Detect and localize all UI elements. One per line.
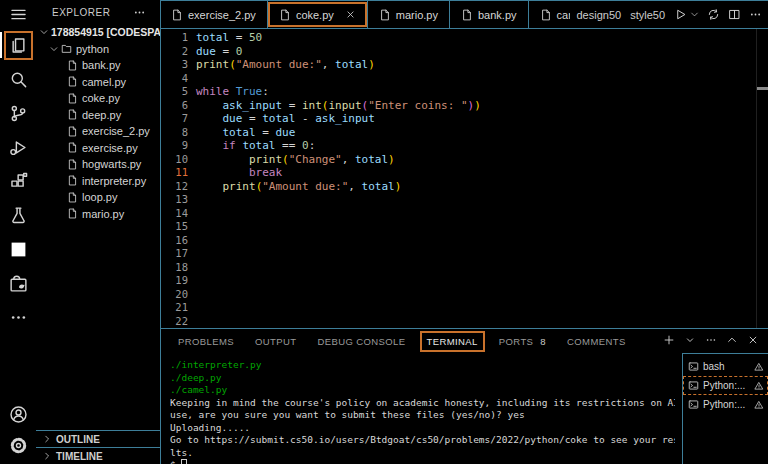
- tree-folder-python[interactable]: python: [36, 41, 160, 58]
- tab-exercise_2-py[interactable]: exercise_2.py: [160, 1, 268, 28]
- file-icon: [67, 192, 78, 203]
- sync-icon[interactable]: [707, 8, 720, 21]
- activity-bar-item-run-debug[interactable]: [0, 130, 36, 164]
- panel-tab-debug-console[interactable]: DEBUG CONSOLE: [317, 336, 405, 347]
- design50-button[interactable]: design50: [576, 9, 621, 21]
- editor-group: exercise_2.pycoke.pymario.pybank.pycamel…: [160, 0, 768, 328]
- code-editor[interactable]: 1total = 502due = 03print("Amount due:",…: [160, 29, 768, 328]
- tree-file-exercise_2-py-label: exercise_2.py: [82, 125, 150, 137]
- terminal-list-item-3[interactable]: Python:...: [683, 395, 768, 414]
- activity-bar-item-search[interactable]: [0, 62, 36, 96]
- chevron-down-icon: [49, 44, 59, 54]
- timeline-section[interactable]: TIMELINE: [36, 447, 160, 464]
- terminal-line: ./deep.py: [170, 372, 675, 385]
- file-icon: [67, 93, 78, 104]
- tree-file-interpreter-py[interactable]: interpreter.py: [36, 173, 160, 190]
- tree-file-interpreter-py-label: interpreter.py: [82, 175, 146, 187]
- code-line-10: 10 print("Change", total): [160, 153, 768, 167]
- outline-section[interactable]: OUTLINE: [36, 430, 160, 447]
- panel-tab-problems[interactable]: PROBLEMS: [178, 336, 234, 347]
- activity-bar-item-menu[interactable]: [0, 0, 36, 28]
- activity-bar-item-extension-cs50[interactable]: [0, 266, 36, 300]
- file-icon: [67, 142, 78, 153]
- tree-file-bank-py[interactable]: bank.py: [36, 57, 160, 74]
- more-actions-icon[interactable]: [749, 8, 762, 21]
- testing-icon: [9, 206, 28, 225]
- vscode-window: EXPLORER 178854915 [CODESPAC...pythonban…: [0, 0, 768, 464]
- activity-bar-item-source-control[interactable]: [0, 96, 36, 130]
- line-number: 7: [160, 112, 196, 126]
- editor-scrollbar-thumb[interactable]: [757, 87, 768, 90]
- terminal-icon: [688, 380, 699, 391]
- terminal-line: Uploading.....: [170, 422, 675, 435]
- code-text: print("Amount due:", total): [196, 180, 401, 194]
- tree-file-mario-py[interactable]: mario.py: [36, 206, 160, 223]
- code-text: print("Change", total): [196, 153, 395, 167]
- activity-bar-item-more[interactable]: [0, 300, 36, 334]
- panel-tab-ports[interactable]: PORTS8: [499, 336, 546, 347]
- tree-root[interactable]: 178854915 [CODESPAC...: [36, 24, 160, 41]
- code-line-9: 9 if total == 0:: [160, 139, 768, 153]
- line-number: 19: [160, 274, 196, 288]
- code-text: if total == 0:: [196, 139, 315, 153]
- file-tree: 178854915 [CODESPAC...pythonbank.pycamel…: [36, 24, 160, 222]
- tab-label: exercise_2.py: [188, 9, 256, 21]
- panel-tab-label: OUTPUT: [255, 336, 296, 347]
- tab-close-icon[interactable]: [345, 9, 356, 20]
- activity-bar-item-extension-square[interactable]: [0, 232, 36, 266]
- tree-file-exercise_2-py[interactable]: exercise_2.py: [36, 123, 160, 140]
- terminal-list-label: Python:...: [703, 380, 750, 391]
- code-line-8: 8 total = due: [160, 126, 768, 140]
- more-actions-icon[interactable]: [705, 334, 717, 346]
- tree-file-exercise-py[interactable]: exercise.py: [36, 140, 160, 157]
- terminal-line: ./interpreter.py: [170, 359, 675, 372]
- account-icon: [9, 405, 28, 424]
- split-editor-icon[interactable]: [728, 8, 741, 21]
- run-icon[interactable]: [674, 8, 687, 21]
- code-text: due = 0: [196, 45, 242, 59]
- square-extension-icon: [9, 240, 28, 259]
- tree-file-coke-py[interactable]: coke.py: [36, 90, 160, 107]
- terminal-output[interactable]: ./interpreter.py./deep.py./camel.pyKeepi…: [170, 355, 675, 464]
- close-panel-icon[interactable]: [747, 334, 759, 346]
- activity-bar-item-settings[interactable]: [0, 428, 36, 462]
- activity-bar-item-account[interactable]: [0, 400, 36, 428]
- new-terminal-icon[interactable]: [663, 334, 675, 346]
- terminal-list-item-1[interactable]: bash: [683, 357, 768, 376]
- panel-tab-terminal[interactable]: TERMINAL: [427, 336, 478, 347]
- run-debug-icon: [9, 138, 28, 157]
- warning-icon: [754, 381, 764, 391]
- terminal-line: $: [170, 459, 675, 464]
- tab-label: mario.py: [396, 9, 438, 21]
- maximize-panel-icon[interactable]: [726, 334, 738, 346]
- terminal-dropdown-icon[interactable]: [684, 334, 696, 346]
- run-dropdown-icon[interactable]: [690, 10, 699, 19]
- activity-bar-item-explorer[interactable]: [0, 28, 36, 62]
- panel-tab-comments[interactable]: COMMENTS: [567, 336, 626, 347]
- code-line-21: 21: [160, 301, 768, 315]
- sidebar-editor-divider[interactable]: [160, 0, 161, 464]
- activity-bar: [0, 0, 36, 464]
- tree-file-deep-py[interactable]: deep.py: [36, 107, 160, 124]
- explorer-more-actions-icon[interactable]: [133, 6, 146, 19]
- file-icon: [171, 9, 183, 21]
- tree-file-hogwarts-py[interactable]: hogwarts.py: [36, 156, 160, 173]
- tab-coke-py[interactable]: coke.py: [268, 1, 368, 28]
- tree-file-camel-py[interactable]: camel.py: [36, 74, 160, 91]
- code-line-16: 16: [160, 234, 768, 248]
- panel-tab-output[interactable]: OUTPUT: [255, 336, 296, 347]
- tree-file-loop-py[interactable]: loop.py: [36, 189, 160, 206]
- file-icon: [67, 175, 78, 186]
- editor-scrollbar[interactable]: [756, 29, 757, 328]
- file-icon: [67, 126, 78, 137]
- tab-mario-py[interactable]: mario.py: [368, 1, 450, 28]
- code-text: total = 50: [196, 31, 262, 45]
- activity-bar-item-testing[interactable]: [0, 198, 36, 232]
- style50-button[interactable]: style50: [630, 9, 665, 21]
- terminal-line: use, are you sure you want to submit the…: [170, 409, 675, 422]
- activity-bar-item-extensions[interactable]: [0, 164, 36, 198]
- line-number: 8: [160, 126, 196, 140]
- code-line-7: 7 due = total - ask_input: [160, 112, 768, 126]
- tab-bank-py[interactable]: bank.py: [450, 1, 529, 28]
- terminal-list-item-2[interactable]: Python:...: [683, 376, 768, 395]
